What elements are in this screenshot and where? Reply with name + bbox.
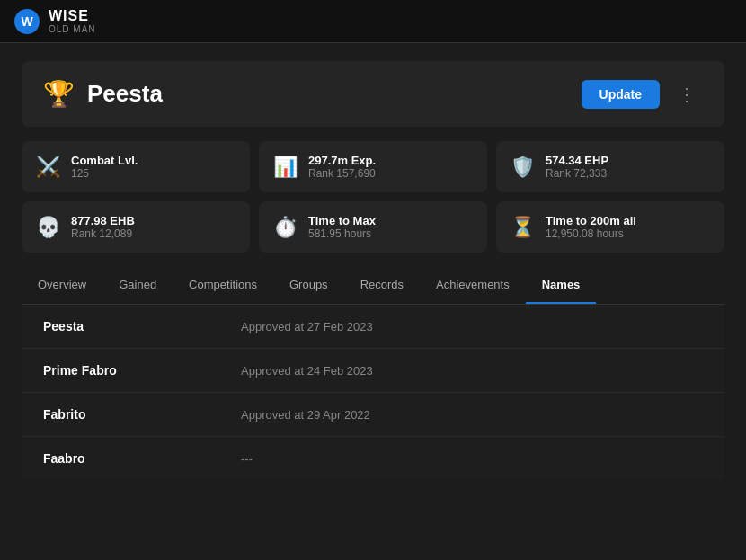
time-to-200m-icon: ⏳ [511,216,535,239]
ehp-icon: 🛡️ [511,156,535,179]
name-peesta: Peesta [43,319,241,333]
app-subtitle: OLD MAN [49,24,96,34]
more-options-button[interactable]: ⋮ [671,80,703,109]
tab-achievements[interactable]: Achievements [420,267,526,304]
names-table: Peesta Approved at 27 Feb 2023 Prime Fab… [22,305,724,480]
tab-groups[interactable]: Groups [273,267,344,304]
names-row: Prime Fabro Approved at 24 Feb 2023 [22,349,724,393]
time-to-max-label: Time to Max [308,214,376,227]
tab-competitions[interactable]: Competitions [173,267,273,304]
name-prime-fabro: Prime Fabro [43,363,241,378]
stat-exp: 📊 297.7m Exp. Rank 157,690 [259,141,487,192]
combat-label: Combat Lvl. [71,154,138,167]
tabs: Overview Gained Competitions Groups Reco… [22,267,724,305]
svg-text:W: W [21,14,33,29]
ehp-value: Rank 72,333 [546,167,608,180]
logo-icon: W [14,9,40,34]
names-row: Fabrito Approved at 29 Apr 2022 [22,393,724,437]
time-to-200m-label: Time to 200m all [546,214,636,227]
profile-right: Update ⋮ [582,80,703,109]
profile-left: 🏆 Peesta [43,79,163,109]
status-prime-fabro: Approved at 24 Feb 2023 [241,364,373,378]
ehb-label: 877.98 EHB [71,214,135,227]
status-peesta: Approved at 27 Feb 2023 [241,320,373,333]
ehb-icon: 💀 [36,216,60,239]
stat-time-to-max: ⏱️ Time to Max 581.95 hours [259,201,487,253]
time-to-200m-value: 12,950.08 hours [546,227,636,240]
stat-ehp: 🛡️ 574.34 EHP Rank 72,333 [496,141,724,192]
profile-card: 🏆 Peesta Update ⋮ [22,61,724,127]
status-fabrito: Approved at 29 Apr 2022 [241,408,370,422]
time-to-max-icon: ⏱️ [273,216,298,239]
tab-records[interactable]: Records [344,267,420,304]
stat-combat-lvl: ⚔️ Combat Lvl. 125 [22,141,250,192]
names-row: Faabro --- [22,437,724,480]
exp-icon: 📊 [273,156,298,179]
combat-value: 125 [71,167,138,180]
profile-name: Peesta [87,80,163,108]
exp-value: Rank 157,690 [308,167,376,180]
stats-grid: ⚔️ Combat Lvl. 125 📊 297.7m Exp. Rank 15… [22,141,724,253]
stat-ehb: 💀 877.98 EHB Rank 12,089 [22,201,250,253]
tab-gained[interactable]: Gained [102,267,173,304]
tab-overview[interactable]: Overview [22,267,102,304]
ehp-label: 574.34 EHP [546,154,608,167]
app-title: WISE [49,8,96,24]
stat-time-to-200m: ⏳ Time to 200m all 12,950.08 hours [496,201,724,253]
ehb-value: Rank 12,089 [71,227,135,240]
combat-icon: ⚔️ [36,156,60,179]
exp-label: 297.7m Exp. [308,154,376,167]
names-row: Peesta Approved at 27 Feb 2023 [22,305,724,349]
logo-text: WISE OLD MAN [49,8,96,34]
trophy-icon: 🏆 [43,79,75,109]
logo: W WISE OLD MAN [14,8,96,34]
main-content: 🏆 Peesta Update ⋮ ⚔️ Combat Lvl. 125 📊 2… [0,43,746,498]
tab-names[interactable]: Names [526,267,597,304]
time-to-max-value: 581.95 hours [308,227,376,240]
name-faabro: Faabro [43,451,241,466]
update-button[interactable]: Update [582,80,660,109]
status-faabro: --- [241,452,253,466]
top-navigation: W WISE OLD MAN [0,0,746,43]
name-fabrito: Fabrito [43,407,241,422]
